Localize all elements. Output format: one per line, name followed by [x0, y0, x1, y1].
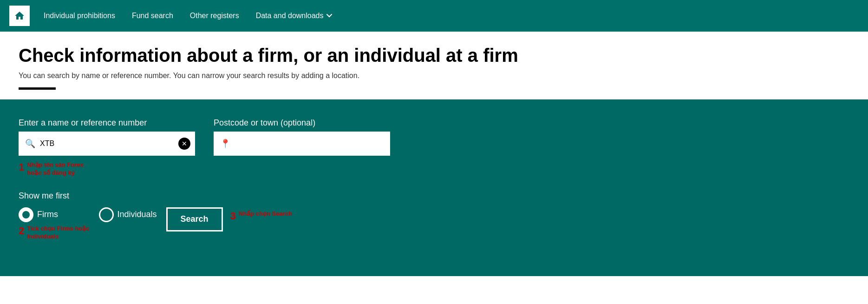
home-icon	[14, 10, 25, 21]
name-annotation: 1 Nhập tên sàn Forexhoặc số đăng ký	[19, 161, 195, 177]
navbar: Individual prohibitions Fund search Othe…	[0, 0, 868, 32]
search-fields: Enter a name or reference number 🔍 ✕ 1 N…	[19, 118, 849, 177]
step-3-number: 3	[230, 210, 236, 222]
individuals-radio[interactable]: Individuals	[99, 207, 157, 222]
name-field-group: Enter a name or reference number 🔍 ✕ 1 N…	[19, 118, 195, 177]
step-2-text: Tick chọn Firms hoặcIndividuals	[27, 225, 89, 241]
search-fields-container: Enter a name or reference number 🔍 ✕ 1 N…	[19, 118, 849, 177]
firms-radio-container: Firms 2 Tick chọn Firms hoặcIndividuals	[19, 207, 90, 241]
hero-section: Check information about a firm, or an in…	[0, 32, 868, 99]
name-label: Enter a name or reference number	[19, 118, 195, 128]
name-input-wrapper: 🔍 ✕	[19, 132, 195, 156]
hero-description: You can search by name or reference numb…	[19, 72, 849, 80]
firms-radio-label: Firms	[37, 210, 58, 219]
search-icon: 🔍	[20, 139, 40, 149]
step-1-number: 1	[19, 161, 24, 173]
step-2-number: 2	[19, 225, 24, 237]
nav-individual-prohibitions[interactable]: Individual prohibitions	[44, 12, 115, 20]
nav-data-downloads[interactable]: Data and downloads	[256, 12, 332, 20]
step-2-annotation: 2 Tick chọn Firms hoặcIndividuals	[19, 225, 90, 241]
step-1-text: Nhập tên sàn Forexhoặc số đăng ký	[27, 161, 83, 177]
location-field-group: Postcode or town (optional) 📍	[214, 118, 390, 156]
clear-input-button[interactable]: ✕	[178, 138, 190, 150]
nav-data-downloads-label: Data and downloads	[256, 12, 324, 20]
step-3-annotation: 3 Nhấp chọn Search	[230, 210, 292, 222]
show-me-first-section: Show me first Firms 2 Tick chọn Firms ho…	[19, 191, 849, 241]
home-button[interactable]	[9, 6, 30, 26]
nav-other-registers[interactable]: Other registers	[190, 12, 239, 20]
location-input-wrapper: 📍	[214, 132, 390, 156]
nav-fund-search[interactable]: Fund search	[132, 12, 173, 20]
search-button-area: Search 3 Nhấp chọn Search	[166, 207, 292, 231]
name-search-input[interactable]	[40, 139, 178, 148]
hero-underline	[19, 87, 56, 90]
individuals-radio-circle	[99, 207, 114, 222]
page-title: Check information about a firm, or an in…	[19, 45, 849, 66]
step-3-text: Nhấp chọn Search	[239, 210, 292, 218]
location-icon: 📍	[215, 139, 235, 149]
show-me-label: Show me first	[19, 191, 849, 201]
radio-search-row: Firms 2 Tick chọn Firms hoặcIndividuals …	[19, 207, 849, 241]
search-section: Enter a name or reference number 🔍 ✕ 1 N…	[0, 99, 868, 276]
chevron-down-icon	[326, 14, 332, 18]
location-search-input[interactable]	[235, 139, 389, 148]
firms-radio[interactable]: Firms	[19, 207, 90, 222]
nav-links: Individual prohibitions Fund search Othe…	[44, 12, 332, 20]
firms-radio-circle	[19, 207, 33, 222]
individuals-radio-label: Individuals	[117, 210, 157, 219]
location-label: Postcode or town (optional)	[214, 118, 390, 128]
search-button[interactable]: Search	[166, 207, 223, 231]
